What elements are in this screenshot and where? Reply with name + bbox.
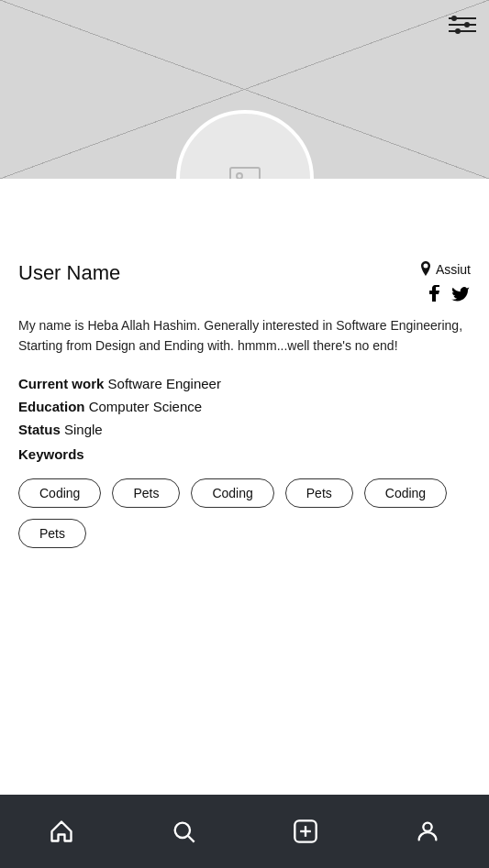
social-icons — [421, 283, 471, 303]
location-text: Assiut — [436, 262, 471, 277]
search-icon — [171, 819, 196, 844]
tag-item[interactable]: Coding — [364, 478, 447, 508]
tag-item[interactable]: Coding — [18, 478, 101, 508]
user-name: User Name — [18, 261, 120, 285]
bottom-nav — [0, 795, 489, 868]
facebook-icon[interactable] — [421, 283, 441, 303]
education-label: Education — [18, 399, 85, 414]
tags-container: CodingPetsCodingPetsCodingPets — [18, 478, 471, 548]
nav-add[interactable] — [283, 809, 328, 853]
nav-home[interactable] — [39, 809, 83, 853]
keywords-label: Keywords — [18, 446, 471, 462]
profile-top: User Name Assiut — [18, 261, 471, 303]
location-pin-icon — [419, 261, 432, 278]
filter-button[interactable] — [449, 13, 476, 38]
education-value: Computer Science — [89, 399, 202, 414]
svg-point-13 — [424, 823, 432, 831]
status-info: Status Single — [18, 422, 471, 437]
profile-body: User Name Assiut My name is Heba Allah H… — [0, 261, 489, 566]
status-label: Status — [18, 422, 61, 437]
add-icon — [293, 819, 318, 844]
twitter-icon[interactable] — [450, 283, 471, 303]
location: Assiut — [419, 261, 471, 278]
location-social: Assiut — [419, 261, 471, 303]
svg-point-8 — [175, 823, 190, 838]
svg-rect-6 — [230, 168, 260, 179]
nav-profile[interactable] — [406, 809, 450, 853]
current-work-value: Software Engineer — [108, 376, 221, 391]
status-value: Single — [64, 422, 103, 437]
current-work-info: Current work Software Engineer — [18, 376, 471, 391]
tag-item[interactable]: Pets — [112, 478, 180, 508]
profile-icon — [415, 819, 440, 844]
education-info: Education Computer Science — [18, 399, 471, 414]
cover-image — [0, 0, 489, 179]
current-work-label: Current work — [18, 376, 104, 391]
avatar — [176, 110, 314, 179]
tag-item[interactable]: Pets — [18, 519, 86, 548]
nav-search[interactable] — [161, 809, 206, 853]
bio-text: My name is Heba Allah Hashim. Generally … — [18, 316, 471, 356]
home-icon — [49, 819, 74, 844]
image-placeholder-icon — [228, 162, 261, 179]
tag-item[interactable]: Pets — [285, 478, 353, 508]
tag-item[interactable]: Coding — [191, 478, 273, 508]
svg-line-9 — [188, 836, 194, 841]
